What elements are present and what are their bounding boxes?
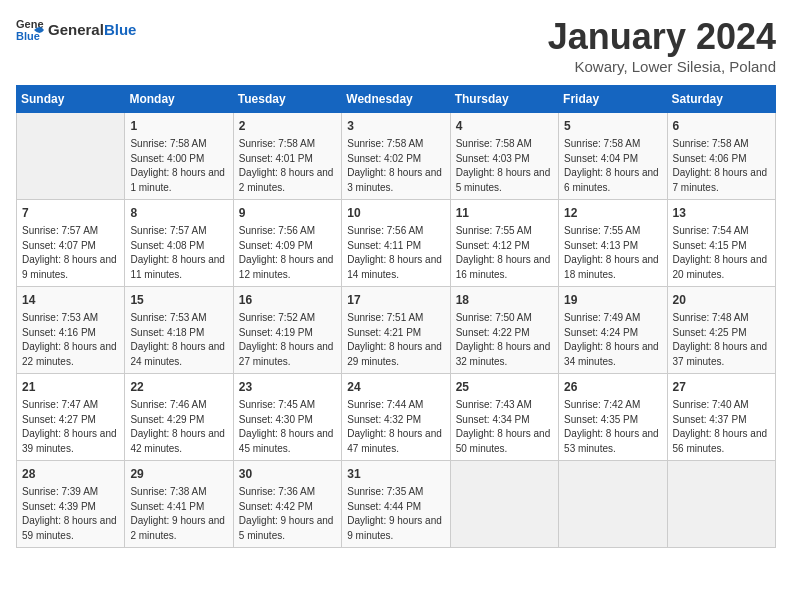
day-number: 15	[130, 291, 227, 309]
calendar-header-row: SundayMondayTuesdayWednesdayThursdayFrid…	[17, 86, 776, 113]
day-info: Sunrise: 7:40 AMSunset: 4:37 PMDaylight:…	[673, 398, 770, 456]
day-info: Sunrise: 7:51 AMSunset: 4:21 PMDaylight:…	[347, 311, 444, 369]
day-number: 16	[239, 291, 336, 309]
day-info: Sunrise: 7:42 AMSunset: 4:35 PMDaylight:…	[564, 398, 661, 456]
day-info: Sunrise: 7:45 AMSunset: 4:30 PMDaylight:…	[239, 398, 336, 456]
calendar-week-row: 14Sunrise: 7:53 AMSunset: 4:16 PMDayligh…	[17, 287, 776, 374]
day-info: Sunrise: 7:46 AMSunset: 4:29 PMDaylight:…	[130, 398, 227, 456]
calendar-cell: 21Sunrise: 7:47 AMSunset: 4:27 PMDayligh…	[17, 374, 125, 461]
day-info: Sunrise: 7:47 AMSunset: 4:27 PMDaylight:…	[22, 398, 119, 456]
day-number: 10	[347, 204, 444, 222]
day-info: Sunrise: 7:58 AMSunset: 4:06 PMDaylight:…	[673, 137, 770, 195]
month-title: January 2024	[548, 16, 776, 58]
location-title: Kowary, Lower Silesia, Poland	[548, 58, 776, 75]
day-number: 23	[239, 378, 336, 396]
day-number: 13	[673, 204, 770, 222]
logo: General Blue GeneralBlue	[16, 16, 136, 44]
day-number: 4	[456, 117, 553, 135]
calendar-cell: 27Sunrise: 7:40 AMSunset: 4:37 PMDayligh…	[667, 374, 775, 461]
day-info: Sunrise: 7:43 AMSunset: 4:34 PMDaylight:…	[456, 398, 553, 456]
day-info: Sunrise: 7:58 AMSunset: 4:00 PMDaylight:…	[130, 137, 227, 195]
weekday-header: Friday	[559, 86, 667, 113]
day-number: 27	[673, 378, 770, 396]
calendar-cell: 22Sunrise: 7:46 AMSunset: 4:29 PMDayligh…	[125, 374, 233, 461]
calendar-cell: 9Sunrise: 7:56 AMSunset: 4:09 PMDaylight…	[233, 200, 341, 287]
day-info: Sunrise: 7:50 AMSunset: 4:22 PMDaylight:…	[456, 311, 553, 369]
day-number: 24	[347, 378, 444, 396]
weekday-header: Monday	[125, 86, 233, 113]
calendar-cell	[450, 461, 558, 548]
calendar-cell: 29Sunrise: 7:38 AMSunset: 4:41 PMDayligh…	[125, 461, 233, 548]
svg-text:Blue: Blue	[16, 30, 40, 42]
calendar-cell: 24Sunrise: 7:44 AMSunset: 4:32 PMDayligh…	[342, 374, 450, 461]
day-info: Sunrise: 7:58 AMSunset: 4:02 PMDaylight:…	[347, 137, 444, 195]
day-number: 3	[347, 117, 444, 135]
title-area: January 2024 Kowary, Lower Silesia, Pola…	[548, 16, 776, 75]
day-number: 18	[456, 291, 553, 309]
calendar-cell: 1Sunrise: 7:58 AMSunset: 4:00 PMDaylight…	[125, 113, 233, 200]
weekday-header: Tuesday	[233, 86, 341, 113]
day-number: 26	[564, 378, 661, 396]
calendar-cell	[17, 113, 125, 200]
day-info: Sunrise: 7:52 AMSunset: 4:19 PMDaylight:…	[239, 311, 336, 369]
day-info: Sunrise: 7:56 AMSunset: 4:11 PMDaylight:…	[347, 224, 444, 282]
day-number: 20	[673, 291, 770, 309]
calendar-cell: 4Sunrise: 7:58 AMSunset: 4:03 PMDaylight…	[450, 113, 558, 200]
day-info: Sunrise: 7:56 AMSunset: 4:09 PMDaylight:…	[239, 224, 336, 282]
day-info: Sunrise: 7:35 AMSunset: 4:44 PMDaylight:…	[347, 485, 444, 543]
day-number: 21	[22, 378, 119, 396]
day-info: Sunrise: 7:55 AMSunset: 4:12 PMDaylight:…	[456, 224, 553, 282]
weekday-header: Wednesday	[342, 86, 450, 113]
day-info: Sunrise: 7:39 AMSunset: 4:39 PMDaylight:…	[22, 485, 119, 543]
calendar-cell: 16Sunrise: 7:52 AMSunset: 4:19 PMDayligh…	[233, 287, 341, 374]
page-header: General Blue GeneralBlue January 2024 Ko…	[16, 16, 776, 75]
day-number: 19	[564, 291, 661, 309]
calendar-cell: 31Sunrise: 7:35 AMSunset: 4:44 PMDayligh…	[342, 461, 450, 548]
day-number: 11	[456, 204, 553, 222]
day-info: Sunrise: 7:58 AMSunset: 4:04 PMDaylight:…	[564, 137, 661, 195]
day-number: 8	[130, 204, 227, 222]
day-number: 2	[239, 117, 336, 135]
logo-icon: General Blue	[16, 16, 44, 44]
day-info: Sunrise: 7:36 AMSunset: 4:42 PMDaylight:…	[239, 485, 336, 543]
weekday-header: Sunday	[17, 86, 125, 113]
calendar-cell: 3Sunrise: 7:58 AMSunset: 4:02 PMDaylight…	[342, 113, 450, 200]
logo-general: General	[48, 21, 104, 38]
day-number: 14	[22, 291, 119, 309]
calendar-cell: 10Sunrise: 7:56 AMSunset: 4:11 PMDayligh…	[342, 200, 450, 287]
day-info: Sunrise: 7:53 AMSunset: 4:16 PMDaylight:…	[22, 311, 119, 369]
calendar-week-row: 21Sunrise: 7:47 AMSunset: 4:27 PMDayligh…	[17, 374, 776, 461]
calendar-cell	[559, 461, 667, 548]
calendar-cell: 13Sunrise: 7:54 AMSunset: 4:15 PMDayligh…	[667, 200, 775, 287]
day-number: 30	[239, 465, 336, 483]
calendar-cell: 23Sunrise: 7:45 AMSunset: 4:30 PMDayligh…	[233, 374, 341, 461]
calendar-week-row: 28Sunrise: 7:39 AMSunset: 4:39 PMDayligh…	[17, 461, 776, 548]
calendar-cell: 17Sunrise: 7:51 AMSunset: 4:21 PMDayligh…	[342, 287, 450, 374]
calendar-cell: 14Sunrise: 7:53 AMSunset: 4:16 PMDayligh…	[17, 287, 125, 374]
day-number: 5	[564, 117, 661, 135]
day-number: 17	[347, 291, 444, 309]
day-number: 29	[130, 465, 227, 483]
day-info: Sunrise: 7:53 AMSunset: 4:18 PMDaylight:…	[130, 311, 227, 369]
calendar-cell: 12Sunrise: 7:55 AMSunset: 4:13 PMDayligh…	[559, 200, 667, 287]
calendar-cell: 8Sunrise: 7:57 AMSunset: 4:08 PMDaylight…	[125, 200, 233, 287]
day-number: 25	[456, 378, 553, 396]
day-number: 22	[130, 378, 227, 396]
weekday-header: Saturday	[667, 86, 775, 113]
weekday-header: Thursday	[450, 86, 558, 113]
day-info: Sunrise: 7:44 AMSunset: 4:32 PMDaylight:…	[347, 398, 444, 456]
calendar-cell: 18Sunrise: 7:50 AMSunset: 4:22 PMDayligh…	[450, 287, 558, 374]
calendar-cell	[667, 461, 775, 548]
calendar-table: SundayMondayTuesdayWednesdayThursdayFrid…	[16, 85, 776, 548]
calendar-cell: 15Sunrise: 7:53 AMSunset: 4:18 PMDayligh…	[125, 287, 233, 374]
day-info: Sunrise: 7:38 AMSunset: 4:41 PMDaylight:…	[130, 485, 227, 543]
calendar-cell: 25Sunrise: 7:43 AMSunset: 4:34 PMDayligh…	[450, 374, 558, 461]
day-info: Sunrise: 7:48 AMSunset: 4:25 PMDaylight:…	[673, 311, 770, 369]
calendar-cell: 6Sunrise: 7:58 AMSunset: 4:06 PMDaylight…	[667, 113, 775, 200]
day-info: Sunrise: 7:57 AMSunset: 4:07 PMDaylight:…	[22, 224, 119, 282]
day-number: 7	[22, 204, 119, 222]
calendar-cell: 2Sunrise: 7:58 AMSunset: 4:01 PMDaylight…	[233, 113, 341, 200]
day-number: 9	[239, 204, 336, 222]
calendar-cell: 28Sunrise: 7:39 AMSunset: 4:39 PMDayligh…	[17, 461, 125, 548]
day-number: 1	[130, 117, 227, 135]
